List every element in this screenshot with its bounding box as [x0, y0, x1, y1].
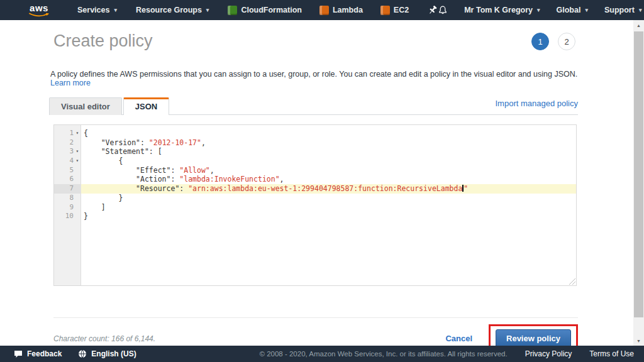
code-text: { [81, 129, 576, 138]
nav-shortcut-label: CloudFormation [241, 6, 302, 14]
code-line: 3▾ "Statement": [ [54, 147, 576, 156]
code-text: { [81, 156, 576, 166]
privacy-policy-link[interactable]: Privacy Policy [525, 349, 572, 358]
nav-shortcut-ec2[interactable]: EC2 [380, 6, 409, 15]
nav-shortcut-label: Lambda [333, 6, 363, 14]
tabs-group: Visual editorJSON [49, 97, 170, 114]
code-token: { [84, 129, 88, 138]
code-token: } [84, 212, 88, 221]
fold-caret-icon [74, 138, 81, 148]
user-account-menu[interactable]: Mr Tom K Gregory ▾ [464, 6, 540, 14]
code-string-token: "Allow" [179, 166, 209, 175]
scrollbar-thumb[interactable] [634, 31, 643, 317]
aws-smile-icon [28, 13, 50, 18]
code-line: 9 ] [54, 203, 576, 212]
line-number: 6 [69, 175, 74, 184]
user-name-label: Mr Tom K Gregory [464, 6, 533, 14]
line-gutter: 10 [54, 212, 81, 221]
aws-logo-text: aws [30, 3, 48, 13]
scrollbar-down-arrow-icon[interactable]: ▼ [633, 336, 644, 346]
code-token: , [280, 175, 284, 184]
line-number: 5 [69, 166, 74, 175]
footer-bar: Feedback English (US) © 2008 - 2020, Ama… [0, 346, 644, 362]
line-number: 7 [69, 184, 74, 194]
language-selector[interactable]: English (US) [78, 349, 136, 358]
line-gutter: 5 [54, 166, 81, 175]
line-gutter: 3▾ [54, 147, 81, 156]
code-token: "Effect": [84, 166, 179, 175]
region-menu[interactable]: Global ▾ [557, 6, 588, 14]
code-token: "Action": [84, 175, 179, 184]
scrollbar-up-arrow-icon[interactable]: ▲ [633, 20, 644, 30]
nav-menu-resource-groups[interactable]: Resource Groups▾ [136, 6, 209, 14]
support-menu[interactable]: Support ▾ [604, 6, 641, 14]
chevron-down-icon: ▾ [585, 7, 588, 13]
fold-caret-icon[interactable]: ▾ [74, 129, 81, 138]
line-number: 1 [69, 129, 74, 138]
character-count: Character count: 166 of 6,144. [53, 334, 155, 343]
code-text: "Version": "2012-10-17", [81, 138, 576, 148]
review-policy-button[interactable]: Review policy [496, 329, 571, 348]
code-string-token: "2012-10-17" [149, 138, 201, 147]
notifications-bell-icon[interactable] [438, 5, 448, 15]
code-text: } [81, 194, 576, 203]
nav-right-group: Mr Tom K Gregory ▾ Global ▾ Support ▾ [438, 5, 644, 15]
top-navigation-bar: aws Services▾Resource Groups▾ CloudForma… [0, 0, 644, 20]
fold-caret-icon[interactable]: ▾ [74, 147, 81, 156]
import-managed-policy-link[interactable]: Import managed policy [495, 99, 578, 108]
cancel-button[interactable]: Cancel [445, 334, 472, 343]
line-gutter: 6 [54, 175, 81, 184]
code-string-token: "arn:aws:lambda:eu-west-1:299404798587:f… [188, 184, 462, 193]
code-text: "Statement": [ [81, 147, 576, 156]
region-label: Global [557, 6, 581, 14]
step-circle-2: 2 [558, 33, 575, 50]
code-token: "Statement": [ [84, 147, 162, 156]
code-string-token: "lambda:InvokeFunction" [179, 175, 279, 184]
line-gutter: 4▾ [54, 156, 81, 166]
code-line: 5 "Effect": "Allow", [54, 166, 576, 175]
code-token: "Resource": [84, 184, 188, 193]
speech-bubble-icon [14, 350, 23, 358]
editor-resize-handle[interactable] [569, 278, 575, 285]
learn-more-link[interactable]: Learn more [50, 79, 91, 87]
fold-caret-icon [74, 194, 81, 203]
tab-visual-editor[interactable]: Visual editor [49, 97, 122, 115]
line-number: 9 [69, 203, 74, 212]
code-line: 2 "Version": "2012-10-17", [54, 138, 576, 148]
nav-shortcut-lambda[interactable]: Lambda [319, 6, 363, 15]
nav-left-group: aws Services▾Resource Groups▾ CloudForma… [0, 3, 438, 18]
fold-caret-icon [74, 203, 81, 212]
nav-shortcut-cloudformation[interactable]: CloudFormation [228, 6, 302, 15]
line-gutter: 2 [54, 138, 81, 148]
aws-logo[interactable]: aws [28, 3, 50, 18]
line-number: 4 [69, 156, 74, 166]
main-content: Create policy 12 A policy defines the AW… [0, 20, 633, 346]
nav-shortcuts: CloudFormationLambdaEC2 [228, 6, 409, 15]
tab-json[interactable]: JSON [123, 97, 169, 115]
line-number: 10 [65, 212, 74, 221]
feedback-button[interactable]: Feedback [14, 349, 62, 358]
nav-menus: Services▾Resource Groups▾ [77, 6, 209, 14]
pin-icon[interactable] [428, 5, 438, 15]
code-text: "Action": "lambda:InvokeFunction", [81, 175, 576, 184]
copyright-text: © 2008 - 2020, Amazon Web Services, Inc.… [260, 350, 508, 358]
line-gutter: 1▾ [54, 129, 81, 138]
fold-caret-icon[interactable]: ▾ [74, 156, 81, 166]
page-scrollbar[interactable]: ▲ ▼ [633, 20, 644, 346]
language-label: English (US) [91, 349, 136, 358]
code-token: , [210, 166, 214, 175]
code-token: , [201, 138, 206, 147]
code-line: 6 "Action": "lambda:InvokeFunction", [54, 175, 576, 184]
code-line: 10} [54, 212, 576, 221]
support-label: Support [604, 6, 635, 14]
fold-caret-icon [74, 212, 81, 221]
feedback-label: Feedback [27, 349, 62, 358]
code-text: ] [81, 203, 576, 212]
json-policy-editor[interactable]: 1▾{2 "Version": "2012-10-17",3▾ "Stateme… [53, 124, 577, 286]
nav-menu-services[interactable]: Services▾ [77, 6, 117, 14]
terms-of-use-link[interactable]: Terms of Use [589, 349, 634, 358]
policy-description-text: A policy defines the AWS permissions tha… [50, 70, 578, 87]
code-text: "Resource": "arn:aws:lambda:eu-west-1:29… [81, 184, 576, 194]
code-token: ] [84, 203, 106, 212]
code-text: } [81, 212, 576, 221]
